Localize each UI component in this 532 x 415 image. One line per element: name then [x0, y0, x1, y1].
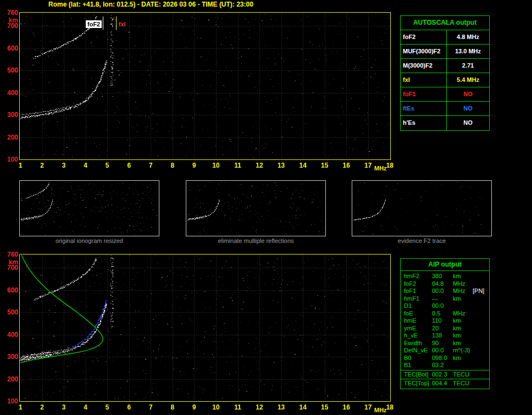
autoscala-param-value: 13.0 MHz — [447, 45, 489, 58]
x-tick-label: 17 — [362, 162, 375, 169]
aip-unit — [453, 362, 473, 369]
x-tick-label: 10 — [209, 162, 223, 169]
x-tick-label: 10 — [209, 403, 223, 411]
x-tick-label: 14 — [296, 403, 309, 411]
aip-table-title: AIP output — [401, 259, 489, 271]
x-tick-label: 8 — [166, 403, 179, 411]
aip-note — [473, 295, 489, 303]
thumbnail-no-multiples — [186, 180, 326, 236]
x-tick-label: 12 — [253, 403, 266, 411]
aip-param: hmE — [401, 317, 432, 325]
fof2-marker-label: foF2 — [86, 20, 102, 28]
aip-value: 004.4 — [432, 380, 453, 388]
aip-row-tec-bot: TEC[Bot]002.3TECU — [401, 370, 489, 379]
autoscala-param-label: h'Es — [401, 116, 447, 130]
y-tick-label: 600 — [0, 286, 18, 294]
aip-unit: MHz — [453, 280, 473, 288]
aip-row-fof1: foF100.0MHz[PN] — [401, 287, 489, 295]
thumbnail-f2-trace — [352, 180, 492, 236]
aip-unit: km — [453, 273, 473, 280]
aip-param: B1 — [401, 362, 432, 369]
autoscala-param-label: fxI — [401, 73, 447, 87]
autoscala-row-h-es: h'EsNO — [401, 116, 489, 130]
x-tick-label: 13 — [275, 403, 288, 411]
aip-note — [473, 310, 489, 318]
x-tick-label: 3 — [57, 162, 70, 169]
aip-param: h_vE — [401, 332, 432, 340]
mhz-axis-label: MHz — [374, 165, 387, 171]
aip-unit: km — [453, 332, 473, 340]
x-tick-label: 11 — [231, 403, 245, 411]
y-tick-label: 100 — [0, 156, 18, 163]
autoscala-row-fof2: foF24.8 MHz — [401, 30, 489, 45]
aip-param: hmF1 — [401, 295, 432, 303]
aip-note — [473, 355, 489, 362]
x-tick-label: 14 — [296, 162, 309, 169]
x-tick-label: 4 — [79, 162, 92, 169]
aip-table-rows: hmF2380kmfoF204.8MHzfoF100.0MHz[PN]hmF1-… — [401, 273, 489, 388]
x-tick-label: 15 — [318, 403, 331, 411]
aip-row-hmf1: hmF1---km — [401, 295, 489, 303]
x-tick-label: 12 — [253, 162, 266, 169]
autoscala-output-table: AUTOSCALA output foF24.8 MHzMUF(3000)F21… — [400, 15, 490, 131]
aip-unit: km — [453, 355, 473, 362]
aip-row-b1: B103.2 — [401, 362, 489, 369]
x-tick-label: 9 — [187, 403, 201, 411]
aip-param: hmF2 — [401, 273, 432, 280]
aip-row-yme: ymE20km — [401, 325, 489, 333]
fof2-marker-line — [103, 16, 103, 30]
aip-value: 03.2 — [432, 362, 453, 369]
y-tick-label: 200 — [0, 375, 18, 383]
aip-row-d1: D100.0 — [401, 302, 489, 310]
autoscala-output-screen: { "header": { "title": "Rome (lat: +41.8… — [0, 0, 532, 415]
autoscala-row-ftes: ftEsNO — [401, 102, 489, 116]
thumbnail-original-ionogram — [19, 180, 159, 236]
thumbnail-caption-original: original ionogram resized — [19, 237, 159, 244]
aip-unit: km — [453, 325, 473, 333]
recorded-ionogram-canvas — [19, 12, 391, 160]
aip-note — [473, 347, 489, 355]
x-tick-label: 4 — [79, 403, 92, 411]
aip-row-tec-top: TEC[Top]004.4TECU — [401, 379, 489, 388]
thumbnail-f2-trace-canvas — [352, 181, 491, 236]
y-tick-label: 500 — [0, 308, 18, 316]
aip-param: TEC[Bot] — [401, 371, 432, 379]
x-tick-label: 7 — [144, 403, 157, 411]
aip-note — [473, 380, 489, 388]
km-axis-label: km — [0, 16, 18, 24]
aip-unit: m^(-3) — [453, 347, 473, 355]
x-tick-label: 2 — [36, 162, 49, 169]
x-tick-label: 8 — [166, 162, 179, 169]
aip-row-hme: hmE110km — [401, 317, 489, 325]
y-tick-label: 600 — [0, 45, 18, 52]
x-tick-label: 16 — [340, 403, 353, 411]
x-tick-label: 11 — [231, 162, 245, 169]
aip-note — [473, 332, 489, 340]
aip-value: 0.5 — [432, 310, 453, 318]
autoscala-row-fxi: fxI5.4 MHz — [401, 73, 489, 87]
autoscala-param-value: NO — [447, 87, 489, 101]
autoscala-param-value: 2.71 — [447, 59, 489, 73]
aip-note — [473, 302, 489, 310]
aip-unit: km — [453, 295, 473, 303]
recorded-ionogram-panel: foF2 fxI — [19, 12, 391, 160]
thumbnail-caption-no-multiples: eliminate multiple reflections — [186, 237, 326, 244]
aip-param: foF1 — [401, 287, 432, 295]
x-tick-label: 5 — [101, 403, 114, 411]
aip-value: 380 — [432, 273, 453, 280]
aip-unit: km — [453, 317, 473, 325]
aip-row-hmf2: hmF2380km — [401, 273, 489, 280]
autoscala-table-rows: foF24.8 MHzMUF(3000)F213.0 MHzM(3000)F22… — [401, 30, 489, 130]
x-tick-label: 5 — [101, 162, 114, 169]
aip-row-fof2: foF204.8MHz — [401, 280, 489, 288]
aip-note — [473, 317, 489, 325]
aip-note — [473, 362, 489, 369]
x-tick-label: 13 — [275, 162, 288, 169]
x-tick-label: 9 — [187, 162, 201, 169]
y-tick-label: 400 — [0, 331, 18, 339]
autoscala-param-label: ftEs — [401, 102, 447, 115]
aip-value: 20 — [432, 325, 453, 333]
aip-row-foe: foE0.5MHz — [401, 310, 489, 318]
aip-note — [473, 340, 489, 347]
autoscala-param-value: NO — [447, 102, 489, 115]
